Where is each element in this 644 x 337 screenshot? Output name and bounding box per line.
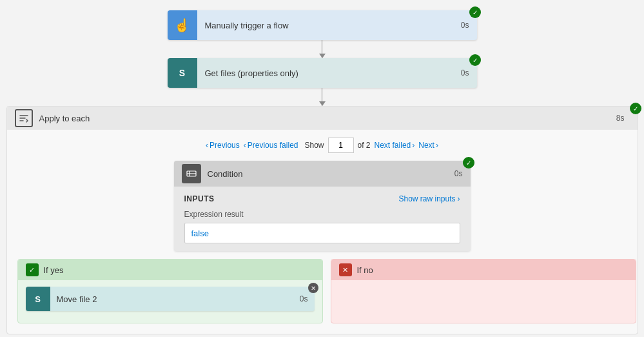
show-raw-inputs-button[interactable]: Show raw inputs ›: [398, 194, 460, 203]
previous-label: Previous: [210, 141, 240, 150]
trigger-label: Manually trigger a flow: [197, 21, 453, 30]
expression-result-label: Expression result: [184, 210, 460, 219]
chevron-left-icon: ‹: [206, 141, 208, 150]
branch-no-body: [331, 280, 636, 293]
inputs-header: INPUTS Show raw inputs ›: [184, 194, 460, 203]
get-files-check: [469, 54, 481, 66]
condition-header: Condition 0s: [174, 161, 471, 187]
condition-duration: 0s: [454, 169, 463, 178]
branch-row: If yes S Move file 2 0s: [17, 259, 636, 323]
get-files-label: Get files (properties only): [197, 68, 453, 78]
branch-no-label: If no: [357, 265, 373, 275]
of-label: of 2: [358, 141, 371, 150]
trigger-check: [469, 6, 481, 18]
show-raw-inputs-text: Show raw inputs: [398, 194, 455, 203]
previous-failed-button[interactable]: ‹ Previous failed: [244, 141, 298, 150]
trigger-duration: 0s: [453, 21, 477, 30]
trigger-icon: ☝: [168, 10, 197, 40]
expression-value: false: [191, 229, 209, 238]
move-file-label: Move file 2: [50, 294, 300, 304]
show-label: Show: [304, 141, 324, 150]
condition-check: [463, 157, 474, 168]
apply-each-header[interactable]: Apply to each 8s: [7, 107, 638, 130]
apply-each-container: Apply to each 8s ‹ Previous ‹ Previous f…: [6, 106, 638, 334]
chevron-right-icon: ›: [436, 141, 438, 150]
get-files-step[interactable]: S Get files (properties only) 0s: [168, 58, 477, 88]
apply-each-check: [630, 103, 641, 114]
page-input[interactable]: [328, 138, 354, 153]
branch-yes-icon: [26, 263, 39, 276]
next-failed-button[interactable]: Next failed ›: [375, 141, 415, 150]
condition-body: INPUTS Show raw inputs › Expression resu…: [174, 187, 471, 251]
condition-label: Condition: [208, 169, 448, 179]
move-file-duration: 0s: [300, 294, 315, 303]
files-icon-letter: S: [179, 68, 185, 78]
touch-icon: ☝: [174, 17, 190, 33]
condition-card[interactable]: Condition 0s INPUTS Show raw inputs › Ex…: [174, 161, 471, 251]
arrow-1: [322, 40, 322, 58]
branch-no: If no: [331, 259, 636, 323]
apply-each-duration: 8s: [616, 114, 630, 123]
move-file-card[interactable]: S Move file 2 0s: [26, 287, 315, 311]
chevron-left-failed-icon: ‹: [244, 141, 246, 150]
branch-yes-label: If yes: [44, 265, 64, 275]
previous-button[interactable]: ‹ Previous: [206, 141, 240, 150]
branch-yes-body: S Move file 2 0s: [18, 280, 322, 318]
condition-icon: [182, 164, 201, 183]
apply-each-icon: [15, 109, 33, 127]
next-button[interactable]: Next ›: [418, 141, 438, 150]
previous-failed-label: Previous failed: [248, 141, 298, 150]
apply-each-label: Apply to each: [39, 114, 610, 123]
chevron-right-failed-icon: ›: [412, 141, 415, 150]
branch-no-header: If no: [331, 260, 636, 280]
move-file-close-button[interactable]: [308, 283, 318, 293]
next-failed-label: Next failed: [375, 141, 411, 150]
arrow-2: [322, 88, 322, 106]
next-label: Next: [418, 141, 434, 150]
branch-yes-header: If yes: [18, 260, 322, 280]
branch-yes: If yes S Move file 2 0s: [17, 259, 323, 323]
expression-value-box: false: [184, 223, 460, 243]
pagination-row: ‹ Previous ‹ Previous failed Show of 2 N…: [17, 138, 627, 153]
trigger-step[interactable]: ☝ Manually trigger a flow 0s: [168, 10, 477, 40]
move-file-icon: S: [26, 287, 50, 311]
move-file-icon-letter: S: [35, 294, 41, 304]
chevron-right-raw-icon: ›: [458, 194, 460, 203]
get-files-icon: S: [168, 58, 197, 88]
get-files-duration: 0s: [453, 68, 477, 77]
apply-each-body: ‹ Previous ‹ Previous failed Show of 2 N…: [7, 130, 638, 334]
branch-no-icon: [339, 263, 352, 276]
inputs-label: INPUTS: [184, 194, 215, 203]
